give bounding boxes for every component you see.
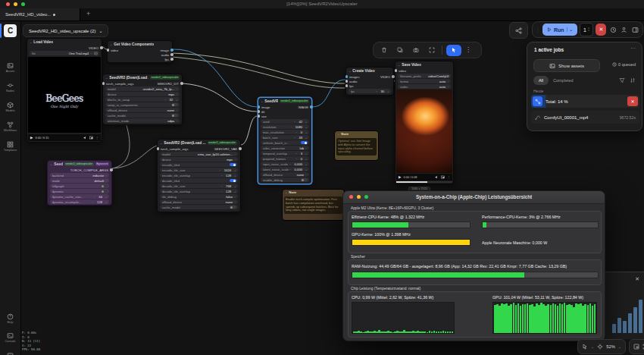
widget-color_correction[interactable]: color_correctionlab⌄ [261,146,309,150]
more-options-button[interactable]: ⋮ [465,47,471,53]
jobs-menu-button[interactable]: ⋯ [630,46,636,52]
drag-handle[interactable]: ⋮⋮ [536,29,540,31]
node-get-video-components[interactable]: ⌄Get Video Components video image audio … [107,40,173,63]
workflow-selector[interactable]: SeedVR2_HD_video_upscale (2) ⌄ [23,24,108,37]
slot-row[interactable]: TORCH_COMPILE_ARGS [48,168,111,172]
widget-batch_size[interactable]: batch_size−33+ [261,135,309,140]
user-button[interactable] [620,27,629,33]
widget-temporal_overlap[interactable]: temporal_overlap−3+ [261,151,309,156]
widget-tile_debug[interactable]: tile_debugfalse⌄ [160,194,238,199]
widget-encode_tiled[interactable]: encode_tiled [160,162,238,167]
node-save-video[interactable]: ⌄Save Video video filename_prefixvideo/C… [395,61,454,184]
widget-codec[interactable]: codecauto⌄ [398,84,451,89]
layers-button[interactable] [394,47,406,53]
sidebar-item-shortcuts[interactable]: Shortcuts [0,351,20,355]
pip-icon[interactable] [89,136,93,140]
seek-bar[interactable] [396,181,452,183]
history-button[interactable] [608,27,617,33]
widget-model[interactable]: modelseedvr2_ema_7b_fp...⌄ [105,86,180,91]
completed-job-row[interactable]: ComfyUI_00001_mp4 9672.52s [531,111,639,124]
file-widget[interactable]: file One Trial.mp4 ⌄ [30,51,99,55]
widget-fullgraph[interactable]: fullgraph [50,184,109,188]
player-menu-icon[interactable]: ⋮ [95,136,98,140]
node-torch-compile-settings[interactable]: ⌄SeedVR2 Torch...seedvr2_videoupscalerBy… [47,160,112,206]
widget-enable_debug[interactable]: enable_debug [261,178,309,182]
sidebar-item-nodes[interactable]: Nodes [0,82,20,93]
pip-icon[interactable] [441,175,445,179]
sidebar-item-help[interactable]: ? Help [0,313,20,324]
sort-button[interactable] [630,77,636,83]
slot-row[interactable]: torch_compile_args SEEDVR2_VAE [158,146,240,151]
note-header[interactable]: ⌄Note [283,190,344,195]
widget-decode_tile_size[interactable]: decode_tile_size−768+ [160,184,238,188]
play-icon[interactable]: ▶ [30,137,33,140]
widget-device[interactable]: devicemps⌄ [105,92,180,96]
widget-decode_tile_overlap[interactable]: decode_tile_overlap−128+ [160,189,238,193]
slot-row[interactable]: torch_compile_args SEEDVR2_DIT [103,81,182,86]
widget-mode[interactable]: modedefault⌄ [50,178,109,183]
active-job-row[interactable]: Total: 14 % ✕ [531,95,639,108]
widget-decode_tiled[interactable]: decode_tiled [160,178,238,183]
widget-latent_noise_scale[interactable]: latent_noise_scale−0,000+ [261,167,309,171]
video-preview-fire[interactable] [396,90,452,173]
slot-row[interactable]: fps [346,83,393,88]
widget-blocks_to_swap[interactable]: blocks_to_swap−32+ [105,97,180,102]
run-options-caret[interactable]: ⌄ [567,27,573,32]
widget-prepend_frames[interactable]: prepend_frames−0+ [261,156,309,161]
slot-row[interactable]: vae [258,114,311,118]
sidebar-item-templates[interactable]: Templates [0,141,20,152]
zoom-caret[interactable]: ⌄ [618,344,621,349]
count-stepper[interactable]: ˄˅ [588,27,589,32]
widget-encode_tile_size[interactable]: encode_tile_size−1024+ [160,168,238,172]
volume-icon[interactable] [435,175,439,179]
slot-row[interactable]: video [395,68,453,73]
widget-offload_device[interactable]: offload_devicenone⌄ [160,199,238,204]
pointer-options-caret[interactable]: ⌄ [591,344,594,349]
pointer-icon[interactable] [582,344,588,350]
close-icon[interactable]: ✕ [635,276,639,282]
node-header[interactable]: ⌄ Load Video [27,39,102,46]
slot-row[interactable]: fps [108,57,172,61]
node-seedvr2-video-upscaler[interactable]: ⌄SeedVR2 Video...seedvr2_videoupscaler i… [258,97,312,184]
upload-icon[interactable] [94,52,98,55]
cancel-job-button[interactable]: ✕ [627,96,638,106]
widget-resolution[interactable]: resolution−1080+ [261,124,309,129]
workflow-tab[interactable]: SeedVR2_HD_video... [0,8,80,20]
camera-button[interactable] [410,47,422,53]
output-slot-video[interactable]: VIDEO [27,46,102,50]
widget-uniform_batch_si[interactable]: uniform_batch_si... [261,140,309,145]
jobs-tab-all[interactable]: All [533,76,549,85]
filter-button[interactable] [619,77,625,83]
sidebar-item-workflows[interactable]: Workflows [0,121,20,132]
widget-backend[interactable]: backendinductor⌄ [50,173,109,178]
widget-filename_prefix[interactable]: filename_prefixvideo/ComfyUI [398,74,451,78]
widget-input_noise_scale[interactable]: input_noise_scale−0,000+ [261,162,309,166]
sidebar-item-console[interactable]: Console [0,332,20,343]
widget-device[interactable]: devicemps⌄ [160,157,238,162]
widget-attention_mode[interactable]: attention_modesdpa⌄ [105,118,180,123]
widget-dynamo_cache_size[interactable]: dynamo_cache_size...−64+ [50,194,109,199]
widget-max_resolution[interactable]: max_resolution−0+ [261,130,309,134]
widget-dynamo_recompile[interactable]: dynamo_recompile...−128+ [50,199,109,204]
zoom-level[interactable]: 52% [606,344,615,349]
node-seedvr2-vae-loader[interactable]: ⌄SeedVR2 (Down)Load ...seedvr2_videoupsc… [157,139,241,212]
minimap-icon[interactable] [633,344,639,350]
perf-titlebar[interactable]: System-on-a-Chip (Apple-Chip) Leistungsü… [343,191,605,204]
node-load-video[interactable]: ⌄ Load Video VIDEO file One Trial.mp4 ⌄ … [27,38,102,143]
node-seedvr2-dit-loader[interactable]: ⌄SeedVR2 (Down)Load ...seedvr2_videoupsc… [102,74,183,125]
widget-model[interactable]: modelema_vae_fp16.safeten...⌄ [160,152,238,156]
player-menu-icon[interactable]: ⋮ [447,175,450,179]
volume-icon[interactable] [83,136,87,140]
widget-cache_model[interactable]: cache_model [105,113,180,118]
widget-swap_io_components[interactable]: swap_io_components [105,102,180,107]
focus-icon[interactable] [597,344,603,350]
widget-offload_device[interactable]: offload_devicenone⌄ [261,172,309,177]
batch-count-input[interactable]: 1 ˄˅ [580,23,594,36]
note-node-alpha[interactable]: ⌄Note Optional: use Join Image with Alph… [334,130,379,161]
video-preview[interactable]: BeeGees One Night Only [28,57,101,133]
sidebar-item-assets[interactable]: Assets [0,62,20,73]
sidebar-item-models[interactable]: Models [0,102,20,112]
widget-fps[interactable]: fps−30+ [349,89,391,93]
play-icon[interactable]: ▶ [399,176,401,179]
widget-seed[interactable]: seed−42+ [261,119,309,124]
